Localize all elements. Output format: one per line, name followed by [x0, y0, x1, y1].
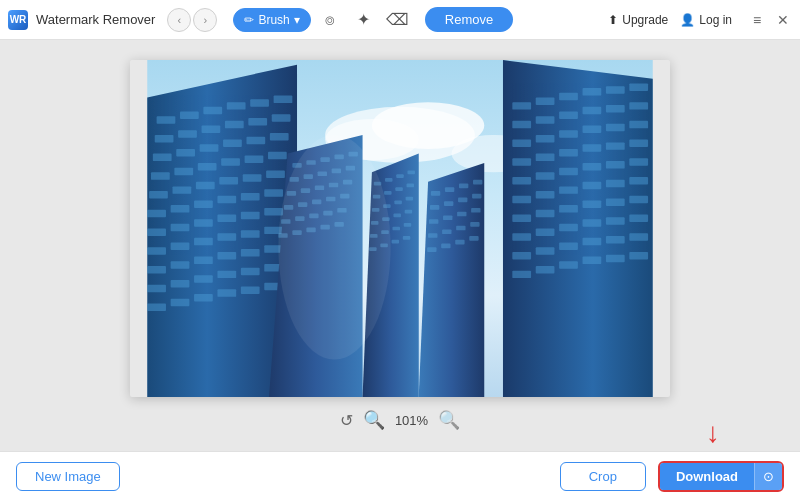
- download-button-group: Download ⊙: [658, 461, 784, 492]
- svg-rect-205: [456, 226, 465, 231]
- login-label: Log in: [699, 13, 732, 27]
- star-tool-button[interactable]: ✦: [349, 6, 379, 34]
- svg-rect-103: [629, 158, 648, 165]
- svg-rect-57: [194, 257, 213, 264]
- download-arrow-button[interactable]: ⊙: [754, 463, 782, 490]
- svg-rect-97: [629, 140, 648, 147]
- svg-rect-22: [223, 140, 242, 147]
- svg-rect-39: [194, 200, 213, 207]
- brush-tool-button[interactable]: ✏ Brush ▾: [233, 8, 310, 32]
- svg-rect-104: [512, 196, 531, 203]
- svg-rect-50: [171, 243, 190, 250]
- svg-rect-119: [583, 219, 602, 226]
- svg-rect-10: [227, 102, 246, 109]
- svg-rect-33: [196, 182, 215, 189]
- svg-rect-52: [217, 233, 236, 240]
- crop-button[interactable]: Crop: [560, 462, 646, 491]
- svg-rect-210: [469, 236, 478, 241]
- svg-rect-23: [246, 137, 265, 144]
- svg-rect-56: [171, 261, 190, 268]
- svg-rect-58: [217, 252, 236, 259]
- window-close-button[interactable]: ✕: [774, 11, 792, 29]
- svg-rect-46: [217, 214, 236, 221]
- svg-rect-70: [217, 289, 236, 296]
- svg-rect-102: [606, 161, 625, 168]
- rotate-button[interactable]: ↺: [340, 411, 353, 430]
- zoom-in-button[interactable]: 🔍: [363, 409, 385, 431]
- svg-rect-130: [559, 261, 578, 268]
- svg-rect-64: [217, 271, 236, 278]
- svg-rect-93: [536, 154, 555, 161]
- svg-rect-199: [429, 219, 438, 224]
- svg-rect-55: [147, 266, 166, 273]
- svg-rect-26: [174, 168, 193, 175]
- svg-rect-95: [583, 144, 602, 151]
- svg-rect-201: [457, 212, 466, 217]
- svg-rect-8: [180, 111, 199, 118]
- svg-rect-202: [471, 208, 480, 213]
- window-controls: ≡ ✕: [748, 11, 792, 29]
- svg-rect-171: [384, 191, 391, 195]
- svg-rect-53: [241, 230, 260, 237]
- svg-rect-118: [559, 224, 578, 231]
- svg-rect-67: [147, 303, 166, 310]
- svg-rect-128: [512, 271, 531, 278]
- svg-rect-167: [385, 178, 392, 182]
- svg-rect-11: [250, 99, 269, 106]
- svg-rect-203: [428, 233, 437, 238]
- svg-rect-17: [248, 118, 267, 125]
- svg-rect-13: [155, 135, 174, 142]
- svg-rect-25: [151, 172, 170, 179]
- svg-rect-81: [536, 116, 555, 123]
- svg-rect-200: [443, 215, 452, 220]
- svg-rect-192: [445, 187, 454, 192]
- toolbar-tools: ✏ Brush ▾ ⌾ ✦ ⌫ Remove: [233, 6, 513, 34]
- svg-rect-16: [225, 121, 244, 128]
- login-button[interactable]: 👤 Log in: [680, 13, 732, 27]
- app-icon: WR: [8, 10, 28, 30]
- svg-rect-120: [606, 217, 625, 224]
- svg-rect-7: [157, 116, 176, 123]
- svg-rect-106: [559, 186, 578, 193]
- zoom-out-button[interactable]: 🔍: [438, 409, 460, 431]
- svg-rect-123: [536, 247, 555, 254]
- svg-rect-117: [536, 229, 555, 236]
- new-image-button[interactable]: New Image: [16, 462, 120, 491]
- svg-rect-35: [243, 174, 262, 181]
- remove-button[interactable]: Remove: [425, 7, 513, 32]
- svg-rect-21: [200, 144, 219, 151]
- svg-rect-195: [430, 205, 439, 210]
- svg-rect-63: [194, 275, 213, 282]
- svg-rect-9: [203, 107, 222, 114]
- svg-rect-101: [583, 163, 602, 170]
- window-menu-button[interactable]: ≡: [748, 11, 766, 29]
- svg-rect-62: [171, 280, 190, 287]
- nav-forward-button[interactable]: ›: [193, 8, 217, 32]
- lasso-tool-button[interactable]: ⌾: [315, 6, 345, 34]
- svg-rect-112: [559, 205, 578, 212]
- svg-rect-20: [176, 149, 195, 156]
- svg-rect-181: [405, 210, 412, 214]
- bottom-bar: New Image Crop Download ⊙: [0, 451, 800, 501]
- svg-rect-96: [606, 142, 625, 149]
- svg-rect-127: [629, 233, 648, 240]
- svg-rect-99: [536, 172, 555, 179]
- star-icon: ✦: [357, 10, 370, 29]
- download-main-button[interactable]: Download: [660, 463, 754, 490]
- svg-rect-14: [178, 130, 197, 137]
- svg-rect-89: [583, 126, 602, 133]
- svg-rect-198: [472, 194, 481, 199]
- svg-rect-206: [470, 222, 479, 227]
- svg-rect-29: [245, 155, 264, 162]
- svg-rect-111: [536, 210, 555, 217]
- svg-rect-24: [270, 133, 289, 140]
- svg-rect-132: [606, 255, 625, 262]
- svg-rect-173: [407, 184, 414, 188]
- main-content: ↺ 🔍 101% 🔍: [0, 40, 800, 451]
- upgrade-button[interactable]: ⬆ Upgrade: [608, 13, 668, 27]
- lasso-icon: ⌾: [325, 11, 335, 29]
- nav-back-button[interactable]: ‹: [167, 8, 191, 32]
- svg-rect-80: [512, 121, 531, 128]
- download-arrow-icon: ⊙: [763, 469, 774, 484]
- eraser-tool-button[interactable]: ⌫: [383, 6, 413, 34]
